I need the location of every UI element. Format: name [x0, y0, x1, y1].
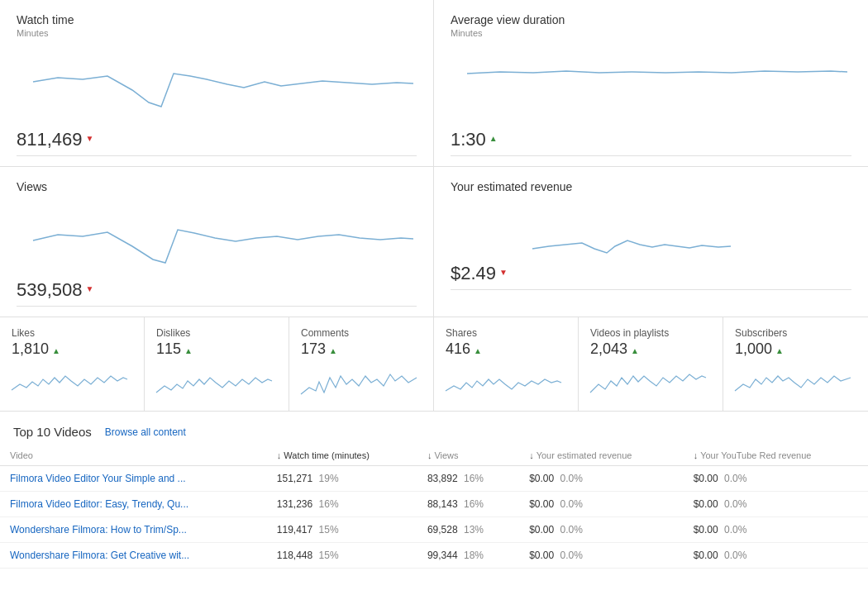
shares-chart [446, 361, 566, 402]
comments-title: Comments [301, 327, 422, 339]
shares-card: Shares 416 ▲ [434, 317, 579, 411]
watch-time-title: Watch time [17, 13, 417, 26]
est-revenue-inner: $2.49 ▼ [451, 203, 851, 284]
views-cell: 99,344 18% [417, 543, 519, 569]
video-link[interactable]: Wondershare Filmora: Get Creative wit... [10, 550, 189, 561]
avg-view-duration-divider [451, 155, 851, 156]
video-title-cell: Wondershare Filmora: How to Trim/Sp... [0, 517, 267, 543]
dashboard: Watch time Minutes 811,469 ▼ Average vie… [0, 0, 868, 569]
watch-time-cell: 118,448 15% [267, 543, 417, 569]
likes-chart [12, 361, 132, 402]
videos-table-body: Filmora Video Editor Your Simple and ...… [0, 466, 868, 569]
table-row: Wondershare Filmora: How to Trim/Sp... 1… [0, 517, 868, 543]
views-cell: 69,528 13% [417, 517, 519, 543]
table-row: Filmora Video Editor: Easy, Trendy, Qu..… [0, 492, 868, 517]
avg-view-duration-subtitle: Minutes [451, 28, 851, 38]
video-title-cell: Filmora Video Editor: Easy, Trendy, Qu..… [0, 492, 267, 517]
views-title: Views [17, 180, 417, 193]
est-revenue-trend: ▼ [499, 268, 508, 277]
views-card: Views 539,508 ▼ [0, 167, 434, 317]
video-title-cell: Wondershare Filmora: Get Creative wit... [0, 543, 267, 569]
sort-yt-red-icon: ↓ [694, 450, 699, 460]
subscribers-title: Subscribers [735, 327, 856, 339]
likes-card: Likes 1,810 ▲ [0, 317, 145, 411]
views-value: 539,508 [17, 279, 83, 301]
video-title-cell: Filmora Video Editor Your Simple and ... [0, 466, 267, 492]
yt-red-rev-cell: $0.00 0.0% [684, 492, 868, 517]
sort-down-icon: ↓ [277, 450, 282, 460]
col-watch-time[interactable]: ↓Watch time (minutes) [267, 445, 417, 466]
subscribers-trend: ▲ [775, 346, 784, 355]
col-yt-red-revenue[interactable]: ↓Your YouTube Red revenue [684, 445, 868, 466]
watch-time-trend: ▼ [86, 134, 94, 143]
watch-time-cell: 151,271 19% [267, 466, 417, 492]
est-revenue-divider [451, 289, 851, 290]
top-metrics-grid: Watch time Minutes 811,469 ▼ Average vie… [0, 0, 868, 167]
dislikes-title: Dislikes [156, 327, 277, 339]
video-link[interactable]: Wondershare Filmora: How to Trim/Sp... [10, 524, 187, 536]
dislikes-value: 115 [156, 340, 181, 358]
comments-card: Comments 173 ▲ [289, 317, 434, 411]
est-revenue-value: $2.49 [451, 263, 496, 284]
col-video: Video [0, 445, 267, 466]
est-revenue-card: Your estimated revenue $2.49 ▼ [434, 167, 868, 317]
watch-time-subtitle: Minutes [17, 28, 417, 38]
videos-table: Video ↓Watch time (minutes) ↓Views ↓Your… [0, 445, 868, 569]
watch-time-value: 811,469 [17, 129, 83, 150]
est-revenue-chart [524, 203, 851, 278]
browse-all-link[interactable]: Browse all content [105, 426, 186, 438]
watch-time-cell: 131,236 16% [267, 492, 417, 517]
table-row: Wondershare Filmora: Get Creative wit...… [0, 543, 868, 569]
likes-value: 1,810 [12, 340, 49, 358]
video-link[interactable]: Filmora Video Editor: Easy, Trendy, Qu..… [10, 498, 188, 510]
yt-red-rev-cell: $0.00 0.0% [684, 517, 868, 543]
small-metrics-grid: Likes 1,810 ▲ Dislikes 115 ▲ [0, 317, 868, 412]
watch-time-cell: 119,417 15% [267, 517, 417, 543]
est-rev-cell: $0.00 0.0% [519, 543, 683, 569]
comments-chart [301, 361, 422, 402]
est-rev-cell: $0.00 0.0% [519, 492, 683, 517]
watch-time-chart [17, 45, 417, 119]
comments-value: 173 [301, 340, 326, 358]
est-revenue-left: $2.49 ▼ [451, 210, 508, 284]
est-revenue-title: Your estimated revenue [451, 180, 851, 193]
watch-time-divider [17, 155, 417, 156]
subscribers-chart [735, 361, 856, 402]
videos-in-playlists-card: Videos in playlists 2,043 ▲ [579, 317, 723, 411]
views-cell: 88,143 16% [417, 492, 519, 517]
video-link[interactable]: Filmora Video Editor Your Simple and ... [10, 473, 186, 484]
videos-in-playlists-chart [590, 361, 711, 402]
avg-view-duration-trend: ▲ [489, 134, 498, 143]
sort-est-rev-icon: ↓ [529, 450, 534, 460]
views-chart [17, 195, 417, 269]
est-rev-cell: $0.00 0.0% [519, 517, 683, 543]
videos-in-playlists-trend: ▲ [631, 346, 639, 355]
likes-trend: ▲ [52, 346, 60, 355]
subscribers-card: Subscribers 1,000 ▲ [723, 317, 868, 411]
videos-in-playlists-value: 2,043 [590, 340, 627, 358]
views-trend: ▼ [86, 284, 94, 293]
comments-trend: ▲ [329, 346, 337, 355]
shares-value: 416 [446, 340, 470, 358]
avg-view-duration-title: Average view duration [451, 13, 851, 26]
avg-view-duration-value: 1:30 [451, 129, 486, 150]
videos-in-playlists-title: Videos in playlists [590, 327, 711, 339]
dislikes-card: Dislikes 115 ▲ [145, 317, 289, 411]
col-est-revenue[interactable]: ↓Your estimated revenue [519, 445, 683, 466]
top-videos-section: Top 10 Videos Browse all content Video ↓… [0, 412, 868, 569]
likes-title: Likes [12, 327, 132, 339]
top-videos-title: Top 10 Videos [13, 425, 92, 439]
table-row: Filmora Video Editor Your Simple and ...… [0, 466, 868, 492]
top-videos-header: Top 10 Videos Browse all content [0, 425, 868, 445]
avg-view-duration-card: Average view duration Minutes 1:30 ▲ [434, 0, 868, 166]
shares-title: Shares [446, 327, 566, 339]
watch-time-card: Watch time Minutes 811,469 ▼ [0, 0, 434, 166]
sort-views-icon: ↓ [427, 450, 432, 460]
yt-red-rev-cell: $0.00 0.0% [684, 466, 868, 492]
views-cell: 83,892 16% [417, 466, 519, 492]
col-views[interactable]: ↓Views [417, 445, 519, 466]
table-header-row: Video ↓Watch time (minutes) ↓Views ↓Your… [0, 445, 868, 466]
views-divider [17, 306, 417, 307]
dislikes-trend: ▲ [184, 346, 193, 355]
yt-red-rev-cell: $0.00 0.0% [684, 543, 868, 569]
